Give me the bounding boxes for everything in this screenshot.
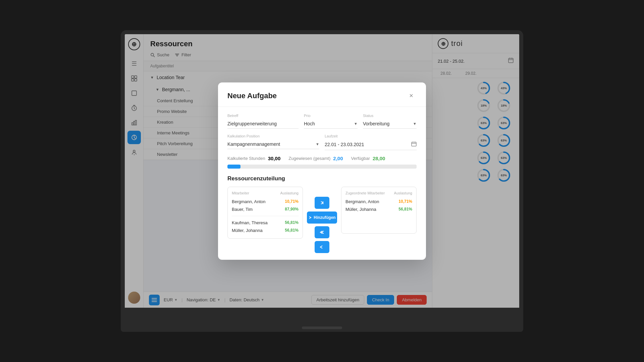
modal-overlay[interactable]: Neue Aufgabe × Betreff Prio Hoch [125,34,519,308]
auslastung2-header: Auslastung [394,191,412,195]
alloc-item-bauer-tim[interactable]: Bauer, Tim 87,90% [232,205,299,213]
laptop-base [121,312,523,332]
chevron-down-icon: ▼ [354,122,358,126]
calendar-icon [411,141,417,148]
stat-zugewiesen: Zugewiesen (gesamt) 2,00 [288,156,343,161]
assigned-name: Bergmann, Anton [345,199,379,204]
stat-verfuegbar: Verfügbar 28,00 [351,156,385,161]
employee-name: Bauer, Tim [232,207,253,212]
employee-name: Kaufman, Theresa [232,220,268,225]
employee-name: Bergmann, Anton [232,199,265,204]
verfuegbar-label: Verfügbar [351,156,370,161]
assigned-name: Müller, Johanna [345,207,376,212]
neue-aufgabe-modal: Neue Aufgabe × Betreff Prio Hoch [218,82,426,260]
prio-label: Prio [304,114,358,118]
laufzeit-input[interactable]: 22.01 - 23.03.2021 [325,139,417,150]
hours-progress-bar [227,165,417,169]
status-select[interactable]: Vorbereitung ▼ [363,119,417,129]
assigned-item-bergmann[interactable]: Bergmann, Anton 10,71% [345,198,412,205]
add-all-button[interactable] [315,197,329,209]
auslastung-header: Auslastung [280,191,299,195]
kalkulierte-label: Kalkulierte Stunden [227,156,265,161]
available-employees-box: Mitarbeiter Auslastung Bergmann, Anton 1… [227,187,303,239]
modal-title: Neue Aufgabe [227,92,277,100]
transfer-buttons: Hinzufügen [307,187,337,253]
remove-all-button[interactable] [315,226,329,238]
form-group-betreff: Betreff [227,114,299,129]
stat-kalkulierte: Kalkulierte Stunden 30,00 [227,156,280,161]
alloc-item-kaufman[interactable]: Kaufman, Theresa 56,81% [232,219,299,227]
form-group-status: Status Vorbereitung ▼ [363,114,417,129]
employee-name: Müller, Johanna [232,228,263,233]
employee-pct: 87,90% [285,207,299,212]
assigned-item-muller[interactable]: Müller, Johanna 56,81% [345,205,412,213]
zugewiesen-value: 2,00 [333,156,343,161]
form-group-laufzeit: Laufzeit 22.01 - 23.03.2021 [325,134,417,150]
chevron-down-icon: ▼ [316,142,319,146]
mitarbeiter-header: Mitarbeiter [232,191,249,195]
modal-body: Betreff Prio Hoch ▼ Status [218,107,426,260]
alloc-item-muller[interactable]: Müller, Johanna 56,81% [232,227,299,234]
kalkulation-label: Kalkulation Position [227,134,319,138]
zugeordnete-header: Zugeordnete Mitarbeiter [345,191,385,195]
alloc-item-bergmann-anton[interactable]: Bergmann, Anton 10,71% [232,198,299,205]
betreff-input[interactable] [227,119,299,129]
hinzufuegen-button[interactable]: Hinzufügen [307,212,337,224]
form-group-prio: Prio Hoch ▼ [304,114,358,129]
employee-pct: 56,81% [285,220,299,225]
assigned-employees-box: Zugeordnete Mitarbeiter Auslastung Bergm… [341,187,417,234]
resource-allocation: Mitarbeiter Auslastung Bergmann, Anton 1… [227,187,417,253]
status-label: Status [363,114,417,118]
employee-pct: 56,81% [285,228,299,233]
modal-header: Neue Aufgabe × [218,82,426,107]
chevron-down-icon: ▼ [413,122,417,126]
svg-rect-45 [412,142,416,146]
verfuegbar-value: 28,00 [373,156,385,161]
form-row-2: Kalkulation Position Kampagnenmanagement… [227,134,417,150]
assigned-pct: 56,81% [398,207,412,212]
betreff-label: Betreff [227,114,299,118]
assigned-pct: 10,71% [398,199,412,204]
zugewiesen-label: Zugewiesen (gesamt) [288,156,330,161]
kalkulation-select[interactable]: Kampagnenmanagement ▼ [227,139,319,149]
form-row-1: Betreff Prio Hoch ▼ Status [227,114,417,129]
stats-row: Kalkulierte Stunden 30,00 Zugewiesen (ge… [227,156,417,161]
kalkulierte-value: 30,00 [268,156,281,161]
employee-pct: 10,71% [285,199,299,204]
prio-select[interactable]: Hoch ▼ [304,119,358,129]
remove-button[interactable] [315,241,329,253]
progress-bar-fill [227,165,240,169]
close-button[interactable]: × [406,90,417,101]
laufzeit-label: Laufzeit [325,134,417,138]
section-title-ressourcen: Ressourcenzuteilung [227,175,417,182]
form-group-kalkulation: Kalkulation Position Kampagnenmanagement… [227,134,319,150]
